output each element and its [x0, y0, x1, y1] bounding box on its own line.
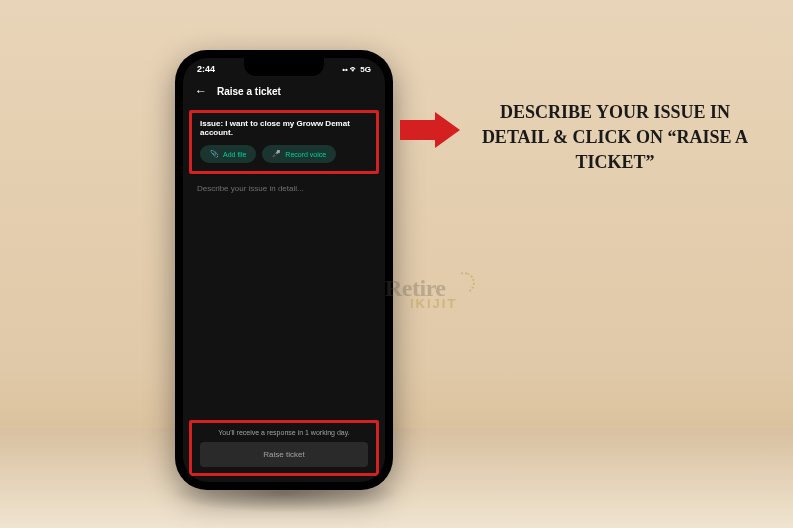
floor-surface [0, 428, 793, 528]
attachment-buttons-row: 📎 Add file 🎤 Record voice [200, 145, 368, 163]
record-voice-button[interactable]: 🎤 Record voice [262, 145, 336, 163]
highlight-annotation-bottom: You'll receive a response in 1 working d… [189, 420, 379, 476]
mic-icon: 🎤 [272, 150, 281, 158]
watermark-icon [450, 269, 478, 297]
screen-header: ← Raise a ticket [183, 76, 385, 106]
issue-label: Issue: I want to close my Groww Demat ac… [200, 119, 368, 137]
raise-ticket-button[interactable]: Raise ticket [200, 442, 368, 467]
add-file-button[interactable]: 📎 Add file [200, 145, 256, 163]
phone-screen: 2:44 •• ᯤ 5G ← Raise a ticket Issue: I w… [183, 58, 385, 482]
back-arrow-icon[interactable]: ← [195, 84, 207, 98]
textarea-placeholder: Describe your issue in detail... [197, 184, 371, 193]
callout-arrow-icon [400, 112, 460, 148]
record-voice-label: Record voice [285, 151, 326, 158]
header-title: Raise a ticket [217, 86, 281, 97]
status-icons: •• ᯤ 5G [342, 65, 371, 74]
phone-frame: 2:44 •• ᯤ 5G ← Raise a ticket Issue: I w… [175, 50, 393, 490]
response-note: You'll receive a response in 1 working d… [200, 429, 368, 436]
add-file-label: Add file [223, 151, 246, 158]
phone-notch [244, 58, 324, 76]
svg-marker-0 [400, 112, 460, 148]
status-time: 2:44 [197, 64, 215, 74]
instruction-text: DESCRIBE YOUR ISSUE IN DETAIL & CLICK ON… [465, 100, 765, 176]
watermark-sub: IKIJIT [410, 296, 457, 311]
attachment-icon: 📎 [210, 150, 219, 158]
issue-textarea[interactable]: Describe your issue in detail... [183, 174, 385, 420]
highlight-annotation-top: Issue: I want to close my Groww Demat ac… [189, 110, 379, 174]
